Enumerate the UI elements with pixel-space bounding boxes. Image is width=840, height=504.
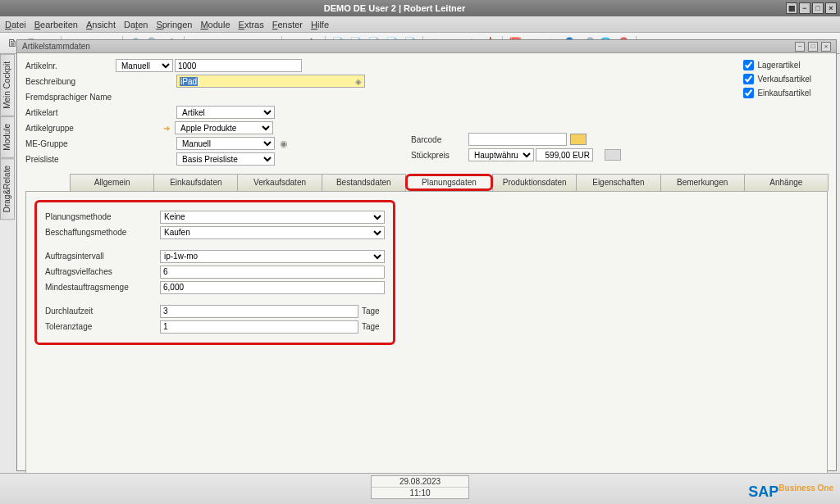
- maximize-icon[interactable]: □: [812, 2, 824, 14]
- form-window-titlebar: Artikelstammdaten − □ ×: [17, 40, 836, 53]
- planungsmethode-label: Planungsmethode: [45, 212, 160, 221]
- link-arrow-icon[interactable]: ➜: [163, 124, 173, 133]
- toleranztage-unit: Tage: [358, 322, 385, 331]
- tab-allgemein[interactable]: Allgemein: [70, 174, 154, 191]
- artikelnr-input[interactable]: [175, 59, 302, 72]
- titlebar: DEMO DE User 2 | Robert Leitner ▦ − □ ×: [0, 0, 840, 16]
- menubar: Datei Bearbeiten Ansicht Daten Springen …: [0, 16, 840, 33]
- tab-verkaufsdaten[interactable]: Verkaufsdaten: [237, 174, 322, 191]
- verkaufsartikel-checkbox[interactable]: Verkaufsartikel: [743, 72, 811, 86]
- durchlaufzeit-unit: Tage: [358, 306, 385, 316]
- window-layout-icon[interactable]: ▦: [786, 2, 797, 14]
- tab-bemerkungen[interactable]: Bemerkungen: [660, 174, 745, 191]
- preisliste-select[interactable]: Basis Preisliste: [176, 152, 275, 166]
- artikelgruppe-select[interactable]: Apple Produkte: [175, 121, 273, 134]
- status-date-box: 29.08.2023 11:10: [371, 475, 469, 499]
- auftragsvielfaches-input[interactable]: [160, 266, 385, 279]
- durchlaufzeit-input[interactable]: [160, 305, 358, 318]
- toleranztage-label: Toleranztage: [45, 322, 160, 331]
- stueckpreis-button[interactable]: [605, 149, 621, 161]
- artikelgruppe-label: Artikelgruppe: [25, 124, 116, 133]
- artikelart-label: Artikelart: [25, 108, 116, 117]
- close-icon[interactable]: ×: [825, 2, 837, 14]
- window-maximize-icon[interactable]: □: [808, 42, 818, 52]
- artikelnr-label: Artikelnr.: [25, 61, 116, 70]
- durchlaufzeit-label: Durchlaufzeit: [45, 306, 160, 316]
- stueckpreis-label: Stückpreis: [411, 151, 468, 160]
- minimize-icon[interactable]: −: [799, 2, 810, 14]
- artikelart-select[interactable]: Artikel: [176, 106, 275, 119]
- toleranztage-input[interactable]: [160, 320, 358, 334]
- auftragsvielfaches-label: Auftragsvielfaches: [45, 267, 160, 276]
- menu-daten[interactable]: Daten: [124, 20, 148, 30]
- app-title: DEMO DE User 2 | Robert Leitner: [3, 3, 786, 13]
- menu-bearbeiten[interactable]: Bearbeiten: [34, 20, 78, 30]
- sidetab-module[interactable]: Module: [0, 116, 15, 158]
- einkaufsartikel-checkbox[interactable]: Einkaufsartikel: [743, 86, 811, 100]
- beschaffungsmethode-label: Beschaffungsmethode: [45, 228, 160, 237]
- megruppe-select[interactable]: Manuell: [176, 137, 275, 150]
- sidetabs: Mein Cockpit Module Drag&Relate: [0, 54, 15, 480]
- tab-body: Planungsmethode Keine Beschaffungsmethod…: [25, 191, 828, 494]
- tab-einkaufsdaten[interactable]: Einkaufsdaten: [153, 174, 238, 191]
- sidetab-dragrelate[interactable]: Drag&Relate: [0, 158, 15, 220]
- tab-eigenschaften[interactable]: Eigenschaften: [576, 174, 660, 191]
- auftragsintervall-select[interactable]: ip-1w-mo: [160, 250, 385, 263]
- mindestauftragsmenge-input[interactable]: [160, 281, 385, 294]
- tab-produktionsdaten[interactable]: Produktionsdaten: [492, 174, 577, 191]
- barcode-button[interactable]: [570, 134, 587, 145]
- barcode-input[interactable]: [468, 133, 567, 146]
- info-icon[interactable]: ◉: [280, 138, 288, 149]
- tabstrip: Allgemein Einkaufsdaten Verkaufsdaten Be…: [70, 174, 828, 191]
- tab-bestandsdaten[interactable]: Bestandsdaten: [322, 174, 406, 191]
- auftragsintervall-label: Auftragsintervall: [45, 252, 160, 261]
- stueckpreis-input[interactable]: [536, 148, 593, 161]
- planungsmethode-select[interactable]: Keine: [160, 211, 385, 224]
- stueckpreis-currency-select[interactable]: Hauptwährung: [468, 148, 534, 161]
- sap-logo: SAPBusiness One: [748, 484, 833, 501]
- tab-planungsdaten[interactable]: Planungsdaten: [405, 174, 493, 191]
- megruppe-label: ME-Gruppe: [25, 139, 116, 148]
- artikelnr-mode-select[interactable]: Manuell: [116, 59, 173, 72]
- lagerartikel-checkbox[interactable]: Lagerartikel: [743, 58, 811, 72]
- barcode-label: Barcode: [411, 135, 468, 144]
- window-minimize-icon[interactable]: −: [795, 42, 805, 52]
- fremdsprache-label: Fremdsprachiger Name: [25, 93, 175, 102]
- dropdown-icon[interactable]: ◈: [355, 77, 362, 86]
- beschreibung-input[interactable]: iPad ◈: [176, 75, 365, 88]
- sidetab-cockpit[interactable]: Mein Cockpit: [0, 54, 15, 116]
- menu-datei[interactable]: Datei: [5, 20, 26, 30]
- beschaffungsmethode-select[interactable]: Kaufen: [160, 226, 385, 239]
- window-close-icon[interactable]: ×: [821, 42, 831, 52]
- menu-fenster[interactable]: Fenster: [272, 20, 303, 30]
- form-window: Artikelstammdaten − □ × Artikelnr. Manue…: [16, 39, 837, 471]
- planning-highlight-box: Planungsmethode Keine Beschaffungsmethod…: [34, 200, 395, 345]
- preisliste-label: Preisliste: [25, 155, 116, 164]
- form-window-title: Artikelstammdaten: [22, 42, 90, 51]
- status-date: 29.08.2023: [372, 476, 468, 488]
- menu-module[interactable]: Module: [200, 20, 230, 30]
- mindestauftragsmenge-label: Mindestauftragsmenge: [45, 283, 160, 292]
- menu-ansicht[interactable]: Ansicht: [86, 20, 116, 30]
- menu-extras[interactable]: Extras: [239, 20, 264, 30]
- menu-hilfe[interactable]: Hilfe: [311, 20, 329, 30]
- tab-anhaenge[interactable]: Anhänge: [744, 174, 829, 191]
- beschreibung-label: Beschreibung: [25, 77, 116, 86]
- status-time: 11:10: [372, 488, 468, 498]
- menu-springen[interactable]: Springen: [156, 20, 192, 30]
- statusbar: 29.08.2023 11:10 SAPBusiness One: [0, 473, 840, 504]
